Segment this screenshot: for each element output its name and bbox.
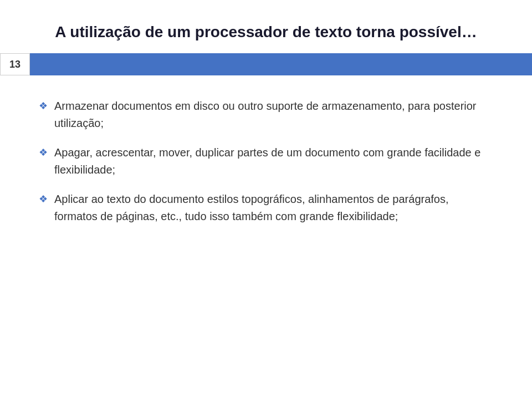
bullet-text-2: Apagar, acrescentar, mover, duplicar par…	[54, 144, 493, 179]
bullet-diamond-icon-1: ❖	[39, 99, 48, 114]
bullet-item-3: ❖ Aplicar ao texto do documento estilos …	[39, 191, 493, 225]
bullet-item-1: ❖ Armazenar documentos em disco ou outro…	[39, 98, 493, 132]
slide-title: A utilização de um processador de texto …	[33, 22, 499, 42]
slide-number-bar: 13	[0, 53, 532, 75]
bullet-diamond-icon-3: ❖	[39, 192, 48, 207]
bullet-diamond-icon-2: ❖	[39, 145, 48, 160]
title-area: A utilização de um processador de texto …	[0, 0, 532, 53]
bullet-text-3: Aplicar ao texto do documento estilos to…	[54, 191, 493, 225]
bullet-text-1: Armazenar documentos em disco ou outro s…	[54, 98, 493, 132]
slide-number: 13	[0, 53, 30, 75]
slide-container: A utilização de um processador de texto …	[0, 0, 532, 397]
slide-bar-accent	[30, 53, 532, 75]
bullet-item-2: ❖ Apagar, acrescentar, mover, duplicar p…	[39, 144, 493, 179]
content-area: ❖ Armazenar documentos em disco ou outro…	[0, 92, 532, 397]
